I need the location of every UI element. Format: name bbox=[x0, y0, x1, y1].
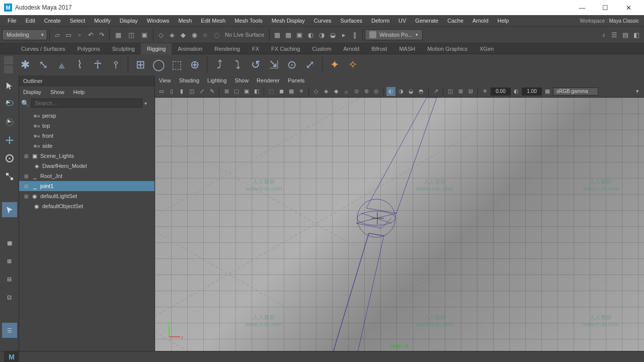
vshaded-icon[interactable]: ◼ bbox=[277, 87, 286, 96]
outliner-item-front[interactable]: ■◂front bbox=[19, 131, 154, 141]
menu-generate[interactable]: Generate bbox=[411, 18, 443, 24]
shelf-tab-rigging[interactable]: Rigging bbox=[141, 43, 172, 54]
snap-view-icon[interactable]: ◌ bbox=[211, 30, 221, 40]
outliner-toggle-icon[interactable]: ☰ bbox=[2, 323, 17, 338]
outliner-item-joint1[interactable]: ⊞⎯joint1 bbox=[19, 181, 154, 191]
vcam-bookmark-icon[interactable]: ▮ bbox=[177, 87, 186, 96]
vtextured-icon[interactable]: ▦ bbox=[287, 87, 296, 96]
viewport-menu-view[interactable]: View bbox=[159, 77, 171, 83]
cluster-icon[interactable]: ◯ bbox=[150, 57, 167, 73]
wrap-icon[interactable]: ⊕ bbox=[187, 57, 203, 73]
lattice-icon[interactable]: ⊞ bbox=[132, 57, 148, 73]
vwireframe-icon[interactable]: ⬚ bbox=[267, 87, 276, 96]
menu-curves[interactable]: Curves bbox=[309, 18, 336, 24]
outliner-item-dwarfhero[interactable]: ◈DwarfHero_Model bbox=[19, 161, 154, 171]
outliner-item-persp[interactable]: ■◂persp bbox=[19, 111, 154, 121]
menu-mesh[interactable]: Mesh bbox=[174, 18, 196, 24]
single-pane-icon[interactable]: ▦ bbox=[2, 235, 17, 250]
shelf-tab-animation[interactable]: Animation bbox=[172, 43, 208, 54]
shelf-tab-rendering[interactable]: Rendering bbox=[208, 43, 246, 54]
undo-icon[interactable]: ↶ bbox=[86, 30, 96, 40]
vao-icon[interactable]: ⊙ bbox=[352, 87, 361, 96]
outliner-item-defaultlightset[interactable]: ⊞◉defaultLightSet bbox=[19, 191, 154, 201]
outliner-search-input[interactable] bbox=[31, 99, 142, 108]
shelf-tab-custom[interactable]: Custom bbox=[306, 43, 338, 54]
menu-create[interactable]: Create bbox=[40, 18, 65, 24]
last-tool-icon[interactable] bbox=[2, 202, 17, 217]
vxray-icon[interactable]: ◈ bbox=[321, 87, 331, 96]
vdof-icon[interactable]: ◎ bbox=[372, 87, 381, 96]
menu-file[interactable]: File bbox=[3, 18, 21, 24]
viewport-menu-shading[interactable]: Shading bbox=[179, 77, 199, 83]
open-scene-icon[interactable]: ▭ bbox=[63, 30, 73, 40]
vres-gate-icon[interactable]: ▣ bbox=[242, 87, 251, 96]
vgrease-icon[interactable]: ✎ bbox=[207, 87, 216, 96]
menu-display[interactable]: Display bbox=[115, 18, 142, 24]
ik-handle-icon[interactable]: ⤡ bbox=[35, 57, 51, 73]
vxray-joints-icon[interactable]: ◆ bbox=[332, 87, 341, 96]
shelf-tab-mash[interactable]: MASH bbox=[393, 43, 421, 54]
control-rig-icon[interactable]: ✧ bbox=[345, 57, 361, 73]
viewport-menu-lighting[interactable]: Lighting bbox=[207, 77, 227, 83]
shelf-menu-icon[interactable] bbox=[4, 56, 13, 64]
menu-set-dropdown[interactable]: Modeling bbox=[2, 29, 47, 40]
paint-select-icon[interactable]: ▣ bbox=[138, 30, 150, 40]
tool-toggle-icon[interactable]: ◧ bbox=[631, 30, 641, 40]
channel-toggle-icon[interactable]: ☰ bbox=[609, 30, 619, 40]
vlayout1-icon[interactable]: ◫ bbox=[446, 87, 455, 96]
menu-arnold[interactable]: Arnold bbox=[468, 18, 493, 24]
outliner-item-rootjnt[interactable]: ⊞⎯Root_Jnt bbox=[19, 171, 154, 181]
pause-icon[interactable]: ‖ bbox=[350, 30, 360, 40]
vgrid-icon[interactable]: ⊞ bbox=[222, 87, 231, 96]
vimage-plane-icon[interactable]: ◫ bbox=[187, 87, 196, 96]
vgamma-reset-icon[interactable]: ◐ bbox=[512, 87, 521, 96]
lasso-icon[interactable]: ◫ bbox=[125, 30, 137, 40]
redo-icon[interactable]: ↷ bbox=[97, 30, 107, 40]
save-scene-icon[interactable]: ▫ bbox=[74, 30, 85, 40]
expand-icon[interactable]: ⊞ bbox=[23, 194, 29, 199]
outliner-tree[interactable]: ■◂persp ■◂top ■◂front ■◂side ⊞▣Scene_Lig… bbox=[19, 109, 154, 351]
viewport-menu-panels[interactable]: Panels bbox=[288, 77, 305, 83]
menu-select[interactable]: Select bbox=[65, 18, 90, 24]
vssao-icon[interactable]: ◒ bbox=[407, 87, 416, 96]
colorspace-dropdown[interactable]: sRGB gamma bbox=[553, 87, 598, 96]
menu-editmesh[interactable]: Edit Mesh bbox=[196, 18, 230, 24]
vaa-icon[interactable]: ◓ bbox=[417, 87, 426, 96]
shelf-tab-fxcaching[interactable]: FX Caching bbox=[265, 43, 306, 54]
outliner-item-defaultobjectset[interactable]: ◉defaultObjectSet bbox=[19, 201, 154, 211]
snap-live-icon[interactable]: ○ bbox=[200, 30, 210, 40]
constraint-aim-icon[interactable]: ⊙ bbox=[284, 57, 300, 73]
ik-spline-icon[interactable]: ⟁ bbox=[53, 57, 69, 73]
render-settings-icon[interactable]: ▣ bbox=[294, 30, 304, 40]
menu-windows[interactable]: Windows bbox=[142, 18, 174, 24]
vlayout2-icon[interactable]: ⊞ bbox=[456, 87, 465, 96]
exposure-value[interactable]: 0.00 bbox=[491, 87, 511, 96]
vgate-mask-icon[interactable]: ◧ bbox=[252, 87, 261, 96]
vshadows-icon[interactable]: ◐ bbox=[386, 87, 395, 96]
four-pane-icon[interactable]: ⊞ bbox=[2, 253, 17, 268]
rotate-tool-icon[interactable] bbox=[2, 151, 17, 166]
snap-plane-icon[interactable]: ◉ bbox=[189, 30, 199, 40]
shelf-tab-polygons[interactable]: Polygons bbox=[71, 43, 106, 54]
workspace-value[interactable]: Maya Classic bbox=[609, 18, 639, 24]
quick-rig-icon[interactable]: ✦ bbox=[327, 57, 343, 73]
menu-deform[interactable]: Deform bbox=[367, 18, 394, 24]
vexposure-icon[interactable]: ☼ bbox=[342, 87, 351, 96]
shelf-tab-xgen[interactable]: XGen bbox=[473, 43, 500, 54]
select-mode-icon[interactable]: ▦ bbox=[112, 30, 124, 40]
vcolor-icon[interactable]: ▦ bbox=[543, 87, 552, 96]
constraint-point-icon[interactable]: ⤵ bbox=[229, 57, 246, 73]
human-ik-icon[interactable]: ☥ bbox=[90, 57, 106, 73]
render-icon[interactable]: ▦ bbox=[272, 30, 282, 40]
shelf-tab-bifrost[interactable]: Bifrost bbox=[365, 43, 393, 54]
vmotion-blur-icon[interactable]: ⊚ bbox=[362, 87, 371, 96]
light-editor-icon[interactable]: ◒ bbox=[328, 30, 338, 40]
select-tool-icon[interactable] bbox=[2, 78, 17, 94]
snap-curve-icon[interactable]: ◈ bbox=[167, 30, 177, 40]
new-scene-icon[interactable]: ▱ bbox=[52, 30, 62, 40]
snap-point-icon[interactable]: ◆ bbox=[178, 30, 188, 40]
viewport-menu-renderer[interactable]: Renderer bbox=[257, 77, 280, 83]
maximize-button[interactable]: ☐ bbox=[594, 0, 617, 15]
lasso-tool-icon[interactable] bbox=[2, 97, 17, 112]
three-pane-icon[interactable]: ⊡ bbox=[2, 290, 17, 305]
